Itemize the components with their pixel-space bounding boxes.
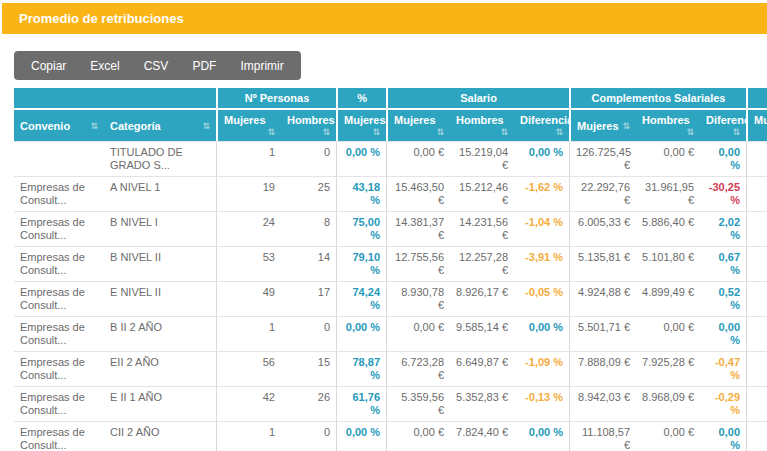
cell-sal-hombres: 15.212,46 € — [450, 176, 514, 211]
group-header-num-personas: Nº Personas — [216, 88, 336, 110]
group-header-next — [746, 88, 767, 110]
sort-icon: ⇅ — [90, 121, 98, 131]
cell-comp-diferencia: 0,00 % — [700, 316, 746, 351]
cell-np-mujeres: 1 — [216, 141, 281, 176]
cell-np-mujeres: 56 — [216, 351, 281, 386]
cell-pct-mujeres: 43,18 % — [336, 176, 386, 211]
cell-sal-diferencia: -3,91 % — [514, 246, 569, 281]
cell-comp-mujeres: 7.888,09 € — [569, 351, 636, 386]
cell-comp-diferencia: 2,02 % — [700, 211, 746, 246]
column-header-np-mujeres[interactable]: Mujeres⇅ — [216, 110, 281, 141]
column-label: Diferencia — [706, 114, 746, 126]
sort-icon: ⇅ — [322, 127, 330, 137]
cell-comp-mujeres: 8.942,03 € — [569, 386, 636, 421]
group-header-spacer — [14, 88, 216, 110]
column-label: Diferencia — [520, 114, 569, 126]
csv-button[interactable]: CSV — [132, 51, 181, 80]
cell-sal-diferencia: 0,00 % — [514, 421, 569, 451]
cell-np-mujeres: 49 — [216, 281, 281, 316]
sort-icon: ⇅ — [732, 127, 740, 137]
cell-convenio: Empresas de Consult... — [14, 316, 104, 351]
column-header-comp-hombres[interactable]: Hombres⇅ — [636, 110, 700, 141]
table-row: Empresas de Consult... E NIVEL II 49 17 … — [14, 281, 767, 316]
cell-categoria: TITULADO DE GRADO S... — [104, 141, 216, 176]
table-body: TITULADO DE GRADO S... 1 0 0,00 % 0,00 €… — [14, 141, 767, 451]
cell-sal-diferencia: -0,05 % — [514, 281, 569, 316]
cell-np-hombres: 0 — [281, 141, 336, 176]
cell-next — [746, 246, 767, 281]
cell-comp-hombres: 5.886,40 € — [636, 211, 700, 246]
column-label: Categoría — [110, 120, 161, 132]
cell-sal-diferencia: -0,13 % — [514, 386, 569, 421]
table-row: Empresas de Consult... A NIVEL 1 19 25 4… — [14, 176, 767, 211]
pdf-button[interactable]: PDF — [180, 51, 228, 80]
table-row: Empresas de Consult... EII 2 AÑO 56 15 7… — [14, 351, 767, 386]
column-label: Hombres — [642, 114, 690, 126]
table-row: Empresas de Consult... B NIVEL I 24 8 75… — [14, 211, 767, 246]
cell-comp-diferencia: -0,29 % — [700, 386, 746, 421]
cell-convenio: Empresas de Consult... — [14, 351, 104, 386]
column-header-pct-mujeres[interactable]: Mujeres⇅ — [336, 110, 386, 141]
column-label: Mujeres — [754, 114, 767, 126]
cell-sal-hombres: 8.926,17 € — [450, 281, 514, 316]
column-header-row: Convenio⇅ Categoría⇅ Mujeres⇅ Hombres⇅ M… — [14, 110, 767, 141]
cell-comp-hombres: 8.968,09 € — [636, 386, 700, 421]
column-header-comp-diferencia[interactable]: Diferencia⇅ — [700, 110, 746, 141]
cell-sal-diferencia: -1,62 % — [514, 176, 569, 211]
column-header-next-mujeres[interactable]: Mujeres⇅ — [746, 110, 767, 141]
column-header-comp-mujeres[interactable]: Mujeres⇅ — [569, 110, 636, 141]
cell-comp-hombres: 0,00 € — [636, 316, 700, 351]
cell-comp-mujeres: 4.924,88 € — [569, 281, 636, 316]
cell-sal-mujeres: 6.723,28 € — [386, 351, 450, 386]
table-row: Empresas de Consult... B II 2 AÑO 1 0 0,… — [14, 316, 767, 351]
retributions-table-wrapper: Nº Personas % Salario Complementos Salar… — [14, 88, 767, 451]
cell-np-hombres: 15 — [281, 351, 336, 386]
group-header-pct: % — [336, 88, 386, 110]
sort-icon: ⇅ — [622, 121, 630, 131]
column-header-convenio[interactable]: Convenio⇅ — [14, 110, 104, 141]
cell-sal-mujeres: 12.755,56 € — [386, 246, 450, 281]
cell-next — [746, 386, 767, 421]
cell-sal-diferencia: 0,00 % — [514, 141, 569, 176]
column-header-sal-diferencia[interactable]: Diferencia⇅ — [514, 110, 569, 141]
cell-comp-mujeres: 126.725,45 € — [569, 141, 636, 176]
print-button[interactable]: Imprimir — [228, 51, 295, 80]
cell-np-mujeres: 1 — [216, 421, 281, 451]
column-header-np-hombres[interactable]: Hombres⇅ — [281, 110, 336, 141]
cell-comp-hombres: 0,00 € — [636, 421, 700, 451]
cell-sal-hombres: 7.824,40 € — [450, 421, 514, 451]
cell-sal-mujeres: 15.463,50 € — [386, 176, 450, 211]
column-header-sal-hombres[interactable]: Hombres⇅ — [450, 110, 514, 141]
cell-np-hombres: 26 — [281, 386, 336, 421]
cell-convenio: Empresas de Consult... — [14, 421, 104, 451]
sort-icon: ⇅ — [202, 121, 210, 131]
cell-pct-mujeres: 75,00 % — [336, 211, 386, 246]
cell-convenio: Empresas de Consult... — [14, 176, 104, 211]
cell-pct-mujeres: 61,76 % — [336, 386, 386, 421]
retributions-table: Nº Personas % Salario Complementos Salar… — [14, 88, 767, 451]
group-header-complementos: Complementos Salariales — [569, 88, 746, 110]
cell-comp-diferencia: -0,47 % — [700, 351, 746, 386]
excel-button[interactable]: Excel — [78, 51, 131, 80]
page-title: Promedio de retribuciones — [2, 3, 767, 34]
cell-np-hombres: 14 — [281, 246, 336, 281]
cell-categoria: B II 2 AÑO — [104, 316, 216, 351]
cell-convenio: Empresas de Consult... — [14, 281, 104, 316]
column-header-sal-mujeres[interactable]: Mujeres⇅ — [386, 110, 450, 141]
sort-icon: ⇅ — [500, 127, 508, 137]
sort-icon: ⇅ — [555, 127, 563, 137]
cell-sal-hombres: 14.231,56 € — [450, 211, 514, 246]
cell-comp-mujeres: 6.005,33 € — [569, 211, 636, 246]
table-header: Nº Personas % Salario Complementos Salar… — [14, 88, 767, 141]
cell-comp-diferencia: 0,67 % — [700, 246, 746, 281]
cell-sal-mujeres: 8.930,78 € — [386, 281, 450, 316]
cell-np-hombres: 25 — [281, 176, 336, 211]
table-row: Empresas de Consult... B NIVEL II 53 14 … — [14, 246, 767, 281]
cell-pct-mujeres: 79,10 % — [336, 246, 386, 281]
cell-sal-hombres: 15.219,04 € — [450, 141, 514, 176]
cell-convenio: Empresas de Consult... — [14, 386, 104, 421]
group-header-salario: Salario — [386, 88, 569, 110]
cell-next — [746, 421, 767, 451]
column-header-categoria[interactable]: Categoría⇅ — [104, 110, 216, 141]
copy-button[interactable]: Copiar — [19, 51, 78, 80]
